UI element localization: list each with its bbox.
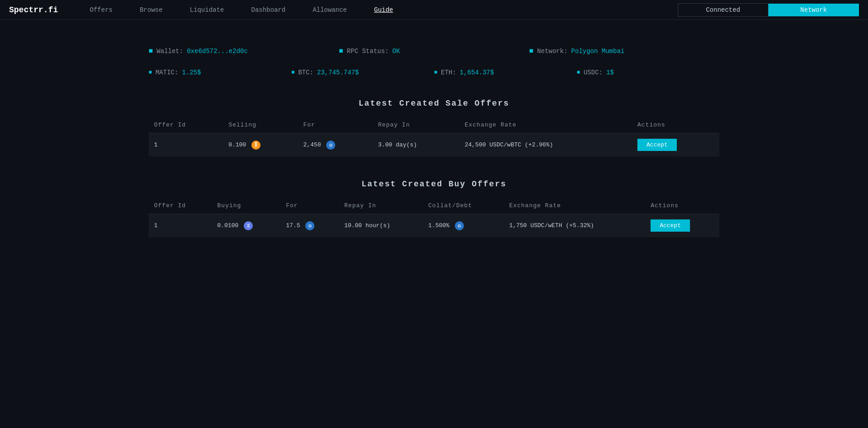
table-row: 1 0.0100 Ξ 17.5 ◎ 10.00 hour(s) 1.500% ◎ (149, 214, 719, 238)
col-for: For (298, 117, 372, 133)
buy-offer-collat: 1.500% ◎ (423, 214, 504, 238)
network-button[interactable]: Network (768, 4, 859, 16)
header-right: Connected Network (678, 3, 859, 17)
sale-offers-table: Offer Id Selling For Repay In Exchange R… (149, 117, 719, 157)
usdc-collat-icon: ◎ (455, 221, 464, 230)
network-status: ■ Network: Polygon Mumbai (529, 47, 719, 55)
matic-label: MATIC: (155, 69, 178, 76)
main-nav: Offers Browse Liquidate Dashboard Allowa… (76, 6, 678, 14)
nav-browse[interactable]: Browse (126, 6, 176, 14)
usdc-price: ■ USDC: 1$ (577, 69, 719, 76)
buy-offer-buying: 0.0100 Ξ (212, 214, 281, 238)
header: Spectrr.fi Offers Browse Liquidate Dashb… (0, 0, 868, 20)
network-bullet: ■ (529, 47, 534, 55)
eth-label: ETH: (441, 69, 456, 76)
main-content: ■ Wallet: 0xe6d572...e2d0c ■ RPC Status:… (140, 20, 728, 269)
buy-accept-button[interactable]: Accept (651, 219, 690, 232)
btc-bullet: ■ (291, 69, 294, 76)
buy-offer-exchange-rate: 1,750 USDC/wETH (+5.32%) (504, 214, 645, 238)
usdc-value: 1$ (606, 69, 614, 76)
btc-label: BTC: (298, 69, 313, 76)
sale-offer-id: 1 (149, 133, 223, 157)
connected-button[interactable]: Connected (678, 3, 768, 17)
sale-offer-repay: 3.00 day(s) (373, 133, 459, 157)
usdc-bullet: ■ (577, 69, 580, 76)
buy-offer-repay: 10.00 hour(s) (339, 214, 423, 238)
usdc-buy-for-icon: ◎ (305, 221, 314, 230)
sale-offers-tbody: 1 0.100 ₿ 2,450 ◎ 3.00 day(s) 24,500 USD… (149, 133, 719, 157)
prices-grid: ■ MATIC: 1.25$ ■ BTC: 23,745.747$ ■ ETH:… (149, 69, 719, 76)
col-exchange-rate: Exchange Rate (459, 117, 632, 133)
btc-selling-icon: ₿ (251, 141, 260, 150)
sale-offer-actions: Accept (632, 133, 719, 157)
rpc-bullet: ■ (339, 47, 343, 55)
col-repay-in: Repay In (373, 117, 459, 133)
matic-value: 1.25$ (182, 69, 201, 76)
sale-offers-title: Latest Created Sale Offers (149, 99, 719, 108)
nav-offers[interactable]: Offers (76, 6, 126, 14)
col-selling: Selling (223, 117, 298, 133)
buy-offer-id: 1 (149, 214, 212, 238)
buy-offers-header-row: Offer Id Buying For Repay In Collat/Debt… (149, 198, 719, 214)
sale-offer-selling: 0.100 ₿ (223, 133, 298, 157)
rpc-status: ■ RPC Status: OK (339, 47, 529, 55)
eth-bullet: ■ (434, 69, 437, 76)
col-offer-id: Offer Id (149, 117, 223, 133)
buy-offers-tbody: 1 0.0100 Ξ 17.5 ◎ 10.00 hour(s) 1.500% ◎ (149, 214, 719, 238)
usdc-label: USDC: (583, 69, 603, 76)
sale-offer-for: 2,450 ◎ (298, 133, 372, 157)
buy-offers-section: Latest Created Buy Offers Offer Id Buyin… (149, 180, 719, 238)
sale-accept-button[interactable]: Accept (637, 139, 677, 151)
sale-offers-header-row: Offer Id Selling For Repay In Exchange R… (149, 117, 719, 133)
col-buy-exchange-rate: Exchange Rate (504, 198, 645, 214)
buy-offer-actions: Accept (645, 214, 719, 238)
logo: Spectrr.fi (9, 5, 58, 15)
sale-offers-thead: Offer Id Selling For Repay In Exchange R… (149, 117, 719, 133)
wallet-value: 0xe6d572...e2d0c (187, 48, 247, 55)
matic-bullet: ■ (149, 69, 152, 76)
table-row: 1 0.100 ₿ 2,450 ◎ 3.00 day(s) 24,500 USD… (149, 133, 719, 157)
sale-offers-section: Latest Created Sale Offers Offer Id Sell… (149, 99, 719, 157)
col-buying: Buying (212, 198, 281, 214)
wallet-status: ■ Wallet: 0xe6d572...e2d0c (149, 47, 339, 55)
buy-offer-for: 17.5 ◎ (280, 214, 339, 238)
col-buy-for: For (280, 198, 339, 214)
eth-value: 1,654.37$ (460, 69, 494, 76)
col-collat-debt: Collat/Debt (423, 198, 504, 214)
nav-liquidate[interactable]: Liquidate (176, 6, 238, 14)
network-label: Network: (537, 48, 568, 55)
nav-dashboard[interactable]: Dashboard (238, 6, 299, 14)
nav-allowance[interactable]: Allowance (299, 6, 361, 14)
btc-price: ■ BTC: 23,745.747$ (291, 69, 434, 76)
sale-offer-exchange-rate: 24,500 USDC/wBTC (+2.96%) (459, 133, 632, 157)
eth-buying-icon: Ξ (244, 221, 253, 230)
wallet-label: Wallet: (157, 48, 183, 55)
nav-guide[interactable]: Guide (361, 6, 407, 14)
btc-value: 23,745.747$ (317, 69, 359, 76)
wallet-bullet: ■ (149, 47, 153, 55)
status-grid: ■ Wallet: 0xe6d572...e2d0c ■ RPC Status:… (149, 47, 719, 55)
eth-price: ■ ETH: 1,654.37$ (434, 69, 577, 76)
matic-price: ■ MATIC: 1.25$ (149, 69, 291, 76)
buy-offers-table: Offer Id Buying For Repay In Collat/Debt… (149, 198, 719, 238)
col-buy-actions: Actions (645, 198, 719, 214)
usdc-for-icon: ◎ (326, 141, 335, 150)
col-buy-repay-in: Repay In (339, 198, 423, 214)
buy-offers-thead: Offer Id Buying For Repay In Collat/Debt… (149, 198, 719, 214)
rpc-value: OK (392, 48, 400, 55)
buy-offers-title: Latest Created Buy Offers (149, 180, 719, 189)
rpc-label: RPC Status: (347, 48, 389, 55)
network-value: Polygon Mumbai (571, 48, 625, 55)
col-buy-offer-id: Offer Id (149, 198, 212, 214)
col-actions: Actions (632, 117, 719, 133)
